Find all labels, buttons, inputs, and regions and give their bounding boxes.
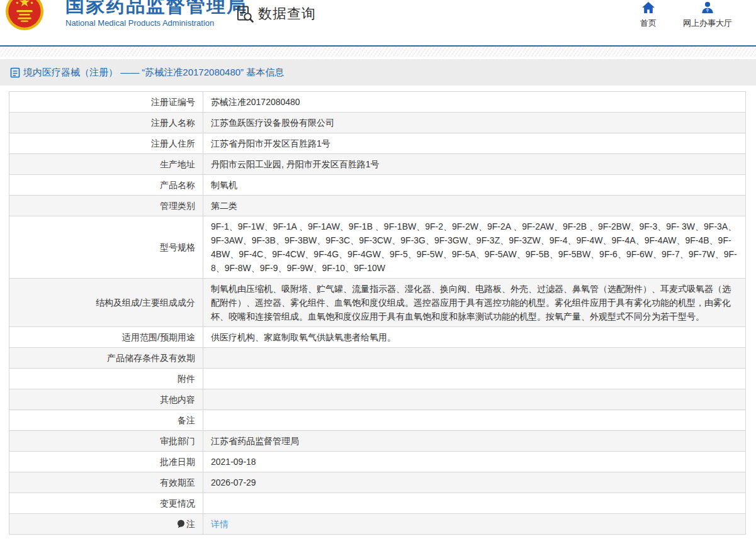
- table-row-models: 型号规格 9F-1、9F-1W、9F-1A 、9F-1AW、9F-1B 、9F-…: [9, 216, 746, 279]
- data-query-entry[interactable]: 数据查询: [236, 4, 316, 23]
- table-row: 产品名称 制氧机: [9, 175, 746, 196]
- row-label: 适用范围/预期用途: [9, 327, 203, 348]
- row-value: [203, 369, 746, 389]
- table-row: 备注: [9, 410, 746, 431]
- national-emblem-icon: [5, 0, 44, 31]
- user-icon: [701, 1, 714, 14]
- row-label: 产品名称: [9, 175, 203, 196]
- nav-item-home[interactable]: 首页: [640, 1, 657, 29]
- table-row: 变更情况: [9, 493, 746, 514]
- row-value: 9F-1、9F-1W、9F-1A 、9F-1AW、9F-1B 、9F-1BW、9…: [203, 216, 746, 279]
- row-value: 2026-07-29: [203, 472, 746, 493]
- row-value: 丹阳市云阳工业园, 丹阳市开发区百胜路1号: [203, 154, 746, 175]
- nav-label-home: 首页: [640, 18, 657, 29]
- row-value: [203, 348, 746, 369]
- row-label: 备注: [9, 410, 203, 431]
- breadcrumb-text: 境内医疗器械（注册） —— “苏械注准20172080480” 基本信息: [23, 67, 284, 79]
- site-title-block: 国家药品监督管理局 National Medical Products Admi…: [65, 0, 247, 28]
- row-label: 管理类别: [9, 196, 203, 216]
- site-subtitle: National Medical Products Administration: [65, 18, 247, 28]
- row-value: 2021-09-18: [203, 452, 746, 472]
- row-value: 江苏鱼跃医疗设备股份有限公司: [203, 113, 746, 133]
- row-value: 江苏省丹阳市开发区百胜路1号: [203, 133, 746, 154]
- table-row-composition: 结构及组成/主要组成成分 制氧机由压缩机、吸附塔、贮气罐、流量指示器、湿化器、换…: [9, 279, 746, 327]
- table-row: 审批部门 江苏省药品监督管理局: [9, 431, 746, 452]
- table-row: 有效期至 2026-07-29: [9, 472, 746, 493]
- table-row: 注册证编号 苏械注准20172080480: [9, 92, 746, 113]
- table-row: 生产地址 丹阳市云阳工业园, 丹阳市开发区百胜路1号: [9, 154, 746, 175]
- top-nav: 首页 网上办事大厅: [640, 1, 732, 29]
- table-row: 产品储存条件及有效期: [9, 348, 746, 369]
- row-value: 苏械注准20172080480: [203, 92, 746, 113]
- table-row-note: 注 详情: [9, 514, 746, 535]
- hatch-divider: [0, 47, 756, 57]
- row-label: 批准日期: [9, 452, 203, 472]
- row-label: 型号规格: [9, 216, 203, 279]
- row-value: 第二类: [203, 196, 746, 216]
- nmpa-logo[interactable]: [5, 0, 44, 31]
- details-link[interactable]: 详情: [211, 519, 228, 529]
- nav-item-service-hall[interactable]: 网上办事大厅: [683, 1, 732, 29]
- registration-detail-table: 注册证编号 苏械注准20172080480 注册人名称 江苏鱼跃医疗设备股份有限…: [9, 91, 746, 535]
- main-content: 注册证编号 苏械注准20172080480 注册人名称 江苏鱼跃医疗设备股份有限…: [0, 86, 756, 535]
- breadcrumb: 境内医疗器械（注册） —— “苏械注准20172080480” 基本信息: [0, 59, 756, 86]
- row-value: 江苏省药品监督管理局: [203, 431, 746, 452]
- note-label: 注: [186, 519, 195, 529]
- row-label: 产品储存条件及有效期: [9, 348, 203, 369]
- table-row: 注册人名称 江苏鱼跃医疗设备股份有限公司: [9, 113, 746, 133]
- table-row: 适用范围/预期用途 供医疗机构、家庭制取氧气供缺氧患者给氧用。: [9, 327, 746, 348]
- row-label: 其他内容: [9, 389, 203, 410]
- table-row: 管理类别 第二类: [9, 196, 746, 216]
- row-label: 变更情况: [9, 493, 203, 514]
- site-title: 国家药品监督管理局: [65, 0, 247, 16]
- table-row: 附件: [9, 369, 746, 389]
- row-label: 注册证编号: [9, 92, 203, 113]
- site-header: 国家药品监督管理局 National Medical Products Admi…: [0, 0, 756, 47]
- row-value: 制氧机由压缩机、吸附塔、贮气罐、流量指示器、湿化器、换向阀、电路板、外壳、过滤器…: [203, 279, 746, 327]
- table-row: 注册人住所 江苏省丹阳市开发区百胜路1号: [9, 133, 746, 154]
- row-value: 详情: [203, 514, 746, 535]
- row-label: 附件: [9, 369, 203, 389]
- row-value: [203, 389, 746, 410]
- row-value: 制氧机: [203, 175, 746, 196]
- table-row: 批准日期 2021-09-18: [9, 452, 746, 472]
- table-row: 其他内容: [9, 389, 746, 410]
- note-icon: [177, 520, 185, 528]
- row-label: 注册人住所: [9, 133, 203, 154]
- row-label: 注册人名称: [9, 113, 203, 133]
- nav-label-service-hall: 网上办事大厅: [683, 18, 732, 29]
- document-search-icon: [236, 5, 254, 23]
- home-icon: [641, 1, 655, 14]
- data-query-label: 数据查询: [258, 4, 316, 23]
- document-icon: [10, 67, 20, 78]
- row-label: 生产地址: [9, 154, 203, 175]
- row-label: 审批部门: [9, 431, 203, 452]
- row-label: 结构及组成/主要组成成分: [9, 279, 203, 327]
- row-label: 注: [9, 514, 203, 535]
- row-value: 供医疗机构、家庭制取氧气供缺氧患者给氧用。: [203, 327, 746, 348]
- row-value: [203, 493, 746, 514]
- row-value: [203, 410, 746, 431]
- row-label: 有效期至: [9, 472, 203, 493]
